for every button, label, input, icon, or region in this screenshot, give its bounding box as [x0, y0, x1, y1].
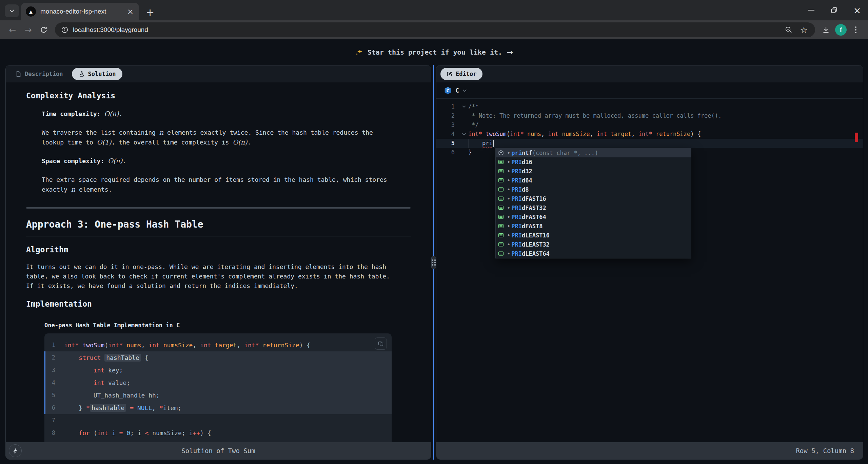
suggestion-item[interactable]: •PRIdLEAST64: [496, 249, 691, 258]
profile-button[interactable]: f: [833, 22, 848, 37]
new-tab-button[interactable]: +: [146, 7, 154, 18]
editor-line[interactable]: 2 * Note: The returned array must be mal…: [436, 111, 863, 120]
snippet-icon: [498, 168, 506, 174]
restore-icon: [830, 6, 838, 14]
autocomplete-popup: •printf(const char *, ...)•PRId16•PRId32…: [495, 148, 691, 258]
snippet-icon: [498, 187, 506, 192]
tab-solution[interactable]: Solution: [72, 68, 123, 80]
suggestion-item[interactable]: •PRIdFAST8: [496, 221, 691, 231]
cube-icon: [498, 150, 506, 156]
snippet-icon: [498, 205, 506, 211]
downloads-button[interactable]: [818, 22, 833, 37]
forward-button[interactable]: →: [20, 22, 36, 38]
code-block-title: One-pass Hash Table Implementation in C: [44, 322, 411, 329]
snippet-icon: [498, 241, 506, 247]
suggestion-item[interactable]: •PRId8: [496, 185, 691, 194]
code-line: 3 int key;: [44, 364, 392, 376]
code-line: 8 for (int i = 0; i < numsSize; i++) {: [44, 427, 392, 439]
panel-tab-bar: Description Solution: [6, 65, 431, 82]
tab-search-button[interactable]: [5, 4, 19, 17]
suggestion-item[interactable]: •PRIdLEAST16: [496, 231, 691, 240]
suggestion-item[interactable]: •PRIdFAST16: [496, 194, 691, 203]
c-language-icon: C: [444, 86, 452, 95]
snippet-icon: [498, 177, 506, 183]
back-button[interactable]: ←: [5, 22, 20, 38]
code-line: 9 int complement = target - nums[i];: [44, 439, 392, 442]
url-text[interactable]: localhost:3000/playground: [73, 26, 785, 34]
tab-strip: ▲ monaco-editor-lsp-next × + ×: [0, 0, 868, 20]
editor-statusbar: Row 5, Column 8: [436, 442, 863, 459]
doc-paragraph: Space complexity: O(n).: [42, 156, 391, 166]
doc-paragraph: Time complexity: O(n).: [42, 109, 391, 119]
window-close-button[interactable]: ×: [852, 5, 862, 15]
editor-line[interactable]: 1/**: [436, 102, 863, 111]
code-editor[interactable]: 1/**2 * Note: The returned array must be…: [436, 99, 863, 442]
tab-description[interactable]: Description: [15, 71, 63, 77]
code-line: 2 struct hashTable {: [44, 351, 392, 364]
code-line: 4 int value;: [44, 376, 392, 389]
bookmark-star-icon[interactable]: ☆: [800, 26, 808, 34]
editor-label: Editor: [456, 71, 476, 77]
doc-heading: Implementation: [26, 299, 411, 308]
suggestion-item[interactable]: •PRIdLEAST32: [496, 240, 691, 249]
doc-paragraph: The extra space required depends on the …: [42, 175, 391, 194]
minimize-icon: [808, 10, 814, 11]
window-restore-button[interactable]: [829, 5, 839, 15]
site-info-icon[interactable]: [61, 26, 68, 34]
chevron-down-icon: [462, 89, 467, 92]
browser-tab[interactable]: ▲ monaco-editor-lsp-next ×: [21, 3, 139, 20]
suggestion-item[interactable]: •PRIdFAST64: [496, 212, 691, 221]
snippet-icon: [498, 232, 506, 238]
code-block: 1int* twoSum(int* nums, int numsSize, in…: [44, 333, 392, 442]
code-line: 7: [44, 414, 392, 427]
star-banner[interactable]: Star this project if you like it. →: [0, 39, 868, 65]
code-line: 5 UT_hash_handle hh;: [44, 389, 392, 402]
playground-page: Star this project if you like it. → Desc…: [0, 39, 868, 464]
language-name: C: [455, 87, 459, 94]
editor-line[interactable]: 5 pri: [436, 139, 863, 148]
suggestion-item[interactable]: •PRId16: [496, 157, 691, 167]
reload-button[interactable]: [36, 22, 52, 38]
avatar: f: [835, 24, 847, 36]
suggestion-item[interactable]: •PRId32: [496, 167, 691, 176]
suggestion-item[interactable]: •PRIdFAST32: [496, 203, 691, 212]
editor-line[interactable]: 4int* twoSum(int* nums, int numsSize, in…: [436, 130, 863, 139]
arrow-right-icon: →: [507, 48, 513, 57]
doc-paragraph: We traverse the list containing n elemen…: [42, 128, 391, 147]
panel-resizer[interactable]: [431, 65, 436, 460]
edit-pencil-icon: [447, 71, 452, 77]
address-bar[interactable]: localhost:3000/playground ☆: [55, 22, 815, 37]
lightning-icon: [13, 448, 18, 454]
editor-line[interactable]: 3 */: [436, 120, 863, 130]
doc-indent-block: Time complexity: O(n).We traverse the li…: [42, 109, 391, 194]
browser-menu-button[interactable]: [848, 22, 863, 37]
snippet-icon: [498, 159, 506, 165]
suggestion-item[interactable]: •printf(const char *, ...): [496, 148, 691, 157]
window-minimize-button[interactable]: [806, 5, 816, 15]
split-layout: Description Solution Complexity Analysis…: [5, 65, 863, 460]
solution-panel: Description Solution Complexity Analysis…: [5, 65, 431, 460]
zoom-out-icon[interactable]: [785, 26, 793, 34]
document-icon: [15, 71, 21, 77]
svg-text:C: C: [446, 88, 449, 93]
snippet-icon: [498, 251, 506, 256]
language-selector[interactable]: C C: [436, 82, 863, 99]
editor-panel: Editor C C 1/**2 * Note: The returned ar…: [436, 65, 863, 460]
fold-chevron-icon[interactable]: [459, 102, 468, 111]
tab-label: Description: [25, 71, 63, 77]
fold-chevron-icon[interactable]: [459, 130, 468, 139]
snippet-icon: [498, 196, 506, 201]
doc-paragraph: It turns out we can do it in one-pass. W…: [26, 262, 395, 291]
flask-icon: [79, 71, 85, 77]
resize-grip-icon[interactable]: [431, 256, 436, 269]
error-marker: [855, 133, 858, 142]
suggestion-item[interactable]: •PRId64: [496, 176, 691, 185]
solution-footer: Solution of Two Sum: [6, 442, 431, 459]
banner-text: Star this project if you like it.: [368, 48, 502, 56]
doc-heading: Complexity Analysis: [26, 91, 411, 100]
lightning-button[interactable]: [9, 444, 22, 457]
copy-button[interactable]: [375, 337, 387, 350]
doc-divider: [26, 207, 411, 209]
tab-close-icon[interactable]: ×: [126, 7, 135, 16]
chevron-down-icon: [9, 9, 15, 13]
